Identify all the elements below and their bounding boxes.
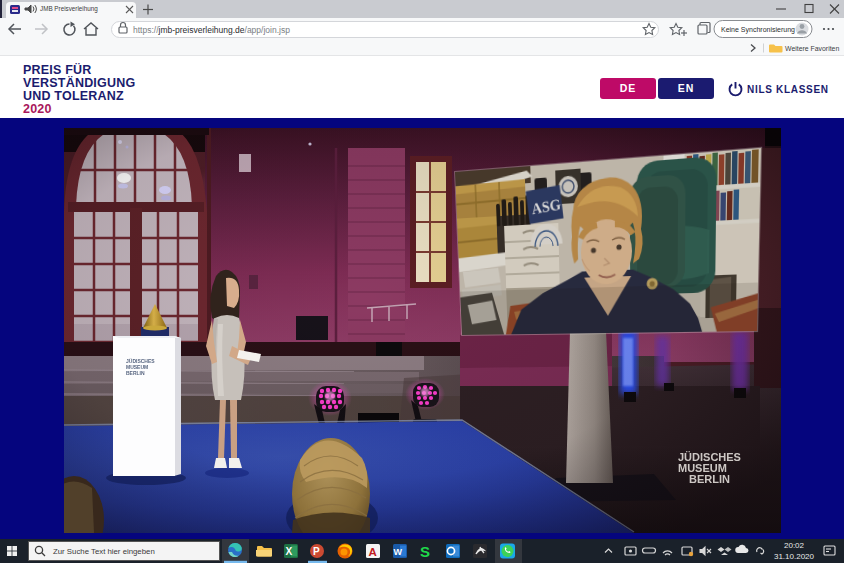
svg-text:Keine Synchronisierung: Keine Synchronisierung <box>721 26 795 34</box>
svg-text:W: W <box>394 547 403 557</box>
svg-text:P: P <box>313 546 320 557</box>
svg-text:BERLIN: BERLIN <box>126 370 145 376</box>
svg-text:A: A <box>369 546 377 558</box>
svg-text:S: S <box>420 543 430 560</box>
svg-text:BERLIN: BERLIN <box>689 473 730 485</box>
svg-text:https://jmb-preisverleihung.de: https://jmb-preisverleihung.de/app/join.… <box>133 25 290 35</box>
svg-text:X: X <box>286 546 293 557</box>
svg-text:Weitere Favoriten: Weitere Favoriten <box>785 45 839 52</box>
